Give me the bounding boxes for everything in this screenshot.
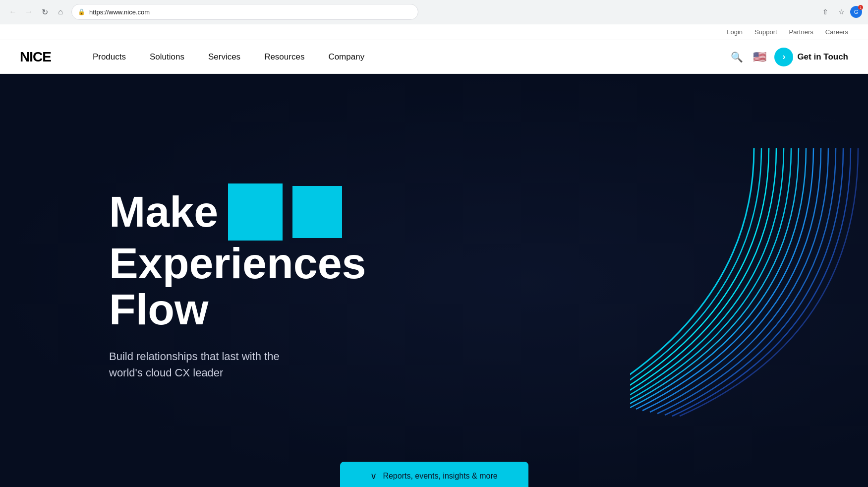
profile-avatar[interactable]: G 1 [850,6,862,18]
bookmark-button[interactable]: ☆ [834,5,848,19]
lock-icon: 🔒 [78,8,85,15]
get-in-touch-button[interactable]: › Get in Touch [774,48,848,66]
share-button[interactable]: ⇧ [818,5,832,19]
language-flag[interactable]: 🇺🇸 [753,51,766,63]
cyan-square-2 [292,186,342,238]
browser-nav-buttons: ← → ↻ ⌂ [6,5,67,19]
website-content: Login Support Partners Careers NICE Prod… [0,24,868,487]
browser-toolbar: ← → ↻ ⌂ 🔒 https://www.nice.com ⇧ ☆ G 1 [0,0,868,24]
curved-lines-decoration [630,138,868,426]
home-button[interactable]: ⌂ [54,5,67,19]
browser-chrome: ← → ↻ ⌂ 🔒 https://www.nice.com ⇧ ☆ G 1 [0,0,868,24]
cta-label: Get in Touch [797,52,848,62]
back-button[interactable]: ← [6,5,20,19]
search-button[interactable]: 🔍 [729,49,745,65]
headline-row1: Make [109,183,347,241]
login-link[interactable]: Login [727,28,743,36]
utility-bar: Login Support Partners Careers [0,24,868,40]
chevron-down-icon: ∨ [370,471,377,482]
careers-link[interactable]: Careers [825,28,848,36]
cta-circle-icon: › [774,48,793,66]
hero-headline: Make Experiences Flow [109,183,347,332]
support-link[interactable]: Support [754,28,777,36]
bottom-cta-bar[interactable]: ∨ Reports, events, insights & more [340,462,528,487]
headline-flow: Flow [109,287,347,332]
main-nav: NICE Products Solutions Services Resourc… [0,40,868,74]
headline-experiences: Experiences [109,241,347,286]
browser-actions: ⇧ ☆ G 1 [818,5,862,19]
nav-menu: Products Solutions Services Resources Co… [81,40,729,74]
cyan-square-1 [228,183,283,241]
nav-right: 🔍 🇺🇸 › Get in Touch [729,48,848,66]
address-bar[interactable]: 🔒 https://www.nice.com [71,4,418,20]
hero-subtitle: Build relationships that last with the w… [109,348,288,381]
nav-company[interactable]: Company [316,40,376,74]
partners-link[interactable]: Partners [789,28,813,36]
forward-button[interactable]: → [22,5,36,19]
url-text: https://www.nice.com [89,8,412,16]
hero-content: Make Experiences Flow Build relationship… [0,144,347,421]
logo[interactable]: NICE [20,49,51,65]
nav-services[interactable]: Services [196,40,252,74]
headline-make: Make [109,189,218,235]
notification-badge: 1 [858,5,863,10]
nav-solutions[interactable]: Solutions [138,40,196,74]
nav-products[interactable]: Products [81,40,138,74]
nav-resources[interactable]: Resources [252,40,316,74]
bottom-cta-label: Reports, events, insights & more [383,472,497,481]
reload-button[interactable]: ↻ [38,5,52,19]
hero-section: Make Experiences Flow Build relationship… [0,74,868,487]
